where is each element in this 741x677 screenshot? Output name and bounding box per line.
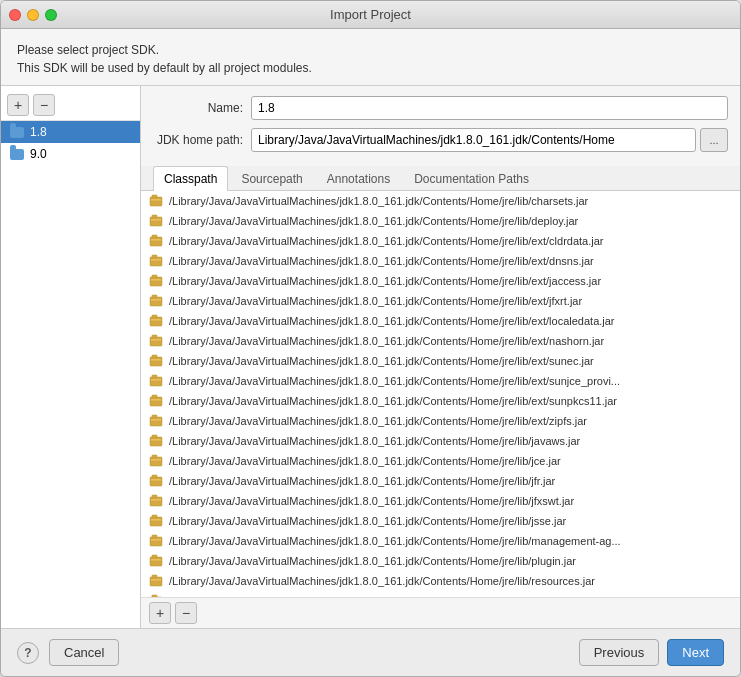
- classpath-path: /Library/Java/JavaVirtualMachines/jdk1.8…: [169, 375, 620, 387]
- classpath-item[interactable]: /Library/Java/JavaVirtualMachines/jdk1.8…: [141, 291, 740, 311]
- jar-icon: [149, 454, 163, 468]
- window-title: Import Project: [330, 7, 411, 22]
- svg-rect-27: [150, 377, 162, 386]
- name-label: Name:: [153, 101, 243, 115]
- svg-rect-36: [150, 437, 162, 446]
- jar-icon: [149, 234, 163, 248]
- classpath-item[interactable]: /Library/Java/JavaVirtualMachines/jdk1.8…: [141, 211, 740, 231]
- jar-icon: [149, 554, 163, 568]
- svg-rect-13: [152, 275, 157, 278]
- classpath-path: /Library/Java/JavaVirtualMachines/jdk1.8…: [169, 535, 621, 547]
- svg-rect-26: [151, 359, 161, 361]
- close-button[interactable]: [9, 9, 21, 21]
- svg-rect-0: [150, 197, 162, 206]
- classpath-item[interactable]: /Library/Java/JavaVirtualMachines/jdk1.8…: [141, 491, 740, 511]
- sdk-list: 1.8 9.0: [1, 121, 140, 624]
- add-sdk-button[interactable]: +: [7, 94, 29, 116]
- svg-rect-31: [152, 395, 157, 398]
- classpath-item[interactable]: /Library/Java/JavaVirtualMachines/jdk1.8…: [141, 451, 740, 471]
- classpath-item[interactable]: /Library/Java/JavaVirtualMachines/jdk1.8…: [141, 411, 740, 431]
- classpath-item[interactable]: /Library/Java/JavaVirtualMachines/jdk1.8…: [141, 431, 740, 451]
- maximize-button[interactable]: [45, 9, 57, 21]
- svg-rect-47: [151, 499, 161, 501]
- right-panel: Name: JDK home path: ... Classpath Sour: [141, 86, 740, 628]
- jar-icon: [149, 494, 163, 508]
- classpath-item[interactable]: /Library/Java/JavaVirtualMachines/jdk1.8…: [141, 371, 740, 391]
- classpath-path: /Library/Java/JavaVirtualMachines/jdk1.8…: [169, 215, 578, 227]
- folder-icon-1-8: [9, 124, 25, 140]
- tab-documentation[interactable]: Documentation Paths: [403, 166, 540, 191]
- classpath-item[interactable]: /Library/Java/JavaVirtualMachines/jdk1.8…: [141, 511, 740, 531]
- jar-icon: [149, 274, 163, 288]
- svg-rect-14: [151, 279, 161, 281]
- jdk-path-input[interactable]: [251, 128, 696, 152]
- add-classpath-button[interactable]: +: [149, 602, 171, 624]
- svg-rect-18: [150, 317, 162, 326]
- remove-classpath-button[interactable]: −: [175, 602, 197, 624]
- bottom-left: ? Cancel: [17, 639, 119, 666]
- previous-button[interactable]: Previous: [579, 639, 660, 666]
- svg-rect-59: [151, 579, 161, 581]
- name-field-row: Name:: [153, 96, 728, 120]
- classpath-path: /Library/Java/JavaVirtualMachines/jdk1.8…: [169, 455, 561, 467]
- classpath-path: /Library/Java/JavaVirtualMachines/jdk1.8…: [169, 475, 555, 487]
- sdk-item-9-0[interactable]: 9.0: [1, 143, 140, 165]
- jar-icon: [149, 334, 163, 348]
- description-line1: Please select project SDK.: [17, 41, 724, 59]
- svg-rect-40: [152, 455, 157, 458]
- tab-sourcepath[interactable]: Sourcepath: [230, 166, 313, 191]
- titlebar-buttons: [9, 9, 57, 21]
- classpath-item[interactable]: /Library/Java/JavaVirtualMachines/jdk1.8…: [141, 391, 740, 411]
- help-button[interactable]: ?: [17, 642, 39, 664]
- classpath-item[interactable]: /Library/Java/JavaVirtualMachines/jdk1.8…: [141, 551, 740, 571]
- svg-rect-43: [152, 475, 157, 478]
- svg-rect-33: [150, 417, 162, 426]
- svg-rect-39: [150, 457, 162, 466]
- jar-icon: [149, 414, 163, 428]
- classpath-path: /Library/Java/JavaVirtualMachines/jdk1.8…: [169, 235, 604, 247]
- svg-rect-45: [150, 497, 162, 506]
- classpath-toolbar: + −: [141, 597, 740, 628]
- jar-icon: [149, 214, 163, 228]
- minimize-button[interactable]: [27, 9, 39, 21]
- svg-rect-23: [151, 339, 161, 341]
- classpath-item[interactable]: /Library/Java/JavaVirtualMachines/jdk1.8…: [141, 351, 740, 371]
- svg-rect-6: [150, 237, 162, 246]
- classpath-item[interactable]: /Library/Java/JavaVirtualMachines/jdk1.8…: [141, 231, 740, 251]
- next-button[interactable]: Next: [667, 639, 724, 666]
- classpath-item[interactable]: /Library/Java/JavaVirtualMachines/jdk1.8…: [141, 331, 740, 351]
- titlebar: Import Project: [1, 1, 740, 29]
- svg-rect-19: [152, 315, 157, 318]
- classpath-item[interactable]: /Library/Java/JavaVirtualMachines/jdk1.8…: [141, 271, 740, 291]
- cancel-button[interactable]: Cancel: [49, 639, 119, 666]
- classpath-item[interactable]: /Library/Java/JavaVirtualMachines/jdk1.8…: [141, 191, 740, 211]
- svg-rect-49: [152, 515, 157, 518]
- classpath-path: /Library/Java/JavaVirtualMachines/jdk1.8…: [169, 575, 595, 587]
- svg-rect-7: [152, 235, 157, 238]
- svg-rect-48: [150, 517, 162, 526]
- svg-rect-22: [152, 335, 157, 338]
- classpath-item[interactable]: /Library/Java/JavaVirtualMachines/jdk1.8…: [141, 251, 740, 271]
- classpath-item[interactable]: /Library/Java/JavaVirtualMachines/jdk1.8…: [141, 311, 740, 331]
- jar-icon: [149, 294, 163, 308]
- tab-annotations[interactable]: Annotations: [316, 166, 401, 191]
- main-area: + − 1.8 9.0: [1, 85, 740, 628]
- sdk-fields: Name: JDK home path: ...: [141, 86, 740, 166]
- browse-button[interactable]: ...: [700, 128, 728, 152]
- classpath-path: /Library/Java/JavaVirtualMachines/jdk1.8…: [169, 515, 566, 527]
- svg-rect-1: [152, 195, 157, 198]
- svg-rect-55: [152, 555, 157, 558]
- classpath-item[interactable]: /Library/Java/JavaVirtualMachines/jdk1.8…: [141, 531, 740, 551]
- remove-sdk-button[interactable]: −: [33, 94, 55, 116]
- jar-icon: [149, 394, 163, 408]
- classpath-path: /Library/Java/JavaVirtualMachines/jdk1.8…: [169, 395, 617, 407]
- svg-rect-52: [152, 535, 157, 538]
- svg-rect-58: [152, 575, 157, 578]
- classpath-item[interactable]: /Library/Java/JavaVirtualMachines/jdk1.8…: [141, 471, 740, 491]
- classpath-item[interactable]: /Library/Java/JavaVirtualMachines/jdk1.8…: [141, 571, 740, 591]
- name-input[interactable]: [251, 96, 728, 120]
- sdk-item-1-8[interactable]: 1.8: [1, 121, 140, 143]
- jar-icon: [149, 574, 163, 588]
- jdk-field-row: JDK home path: ...: [153, 128, 728, 152]
- tab-classpath[interactable]: Classpath: [153, 166, 228, 191]
